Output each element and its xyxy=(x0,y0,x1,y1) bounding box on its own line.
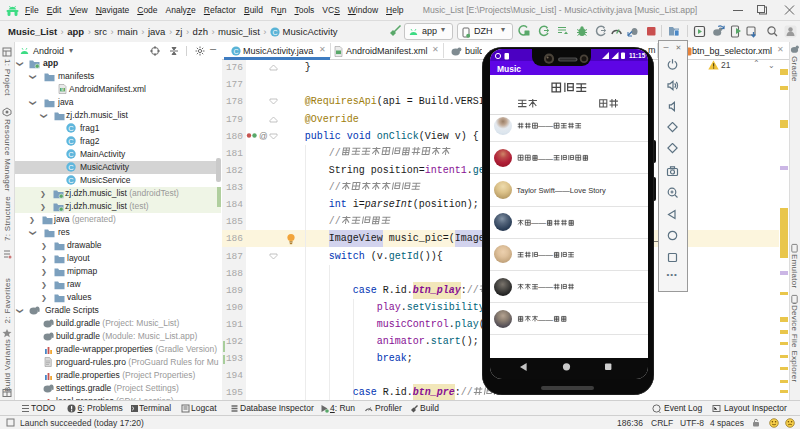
svg-text:C: C xyxy=(68,137,74,146)
svg-text:C: C xyxy=(68,176,74,185)
svg-text:C: C xyxy=(68,150,74,159)
svg-text:C: C xyxy=(68,163,74,172)
svg-text:C: C xyxy=(233,48,238,55)
svg-text:C: C xyxy=(68,124,74,133)
svg-text:C: C xyxy=(272,28,277,35)
